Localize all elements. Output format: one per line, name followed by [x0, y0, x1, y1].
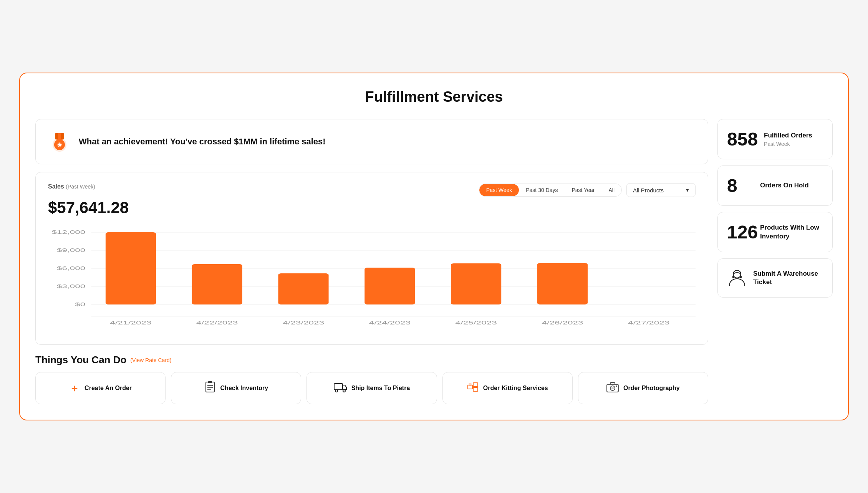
- kitting-icon: [467, 381, 479, 395]
- svg-rect-40: [610, 382, 615, 385]
- warehouse-agent-icon: [727, 268, 747, 288]
- svg-rect-43: [732, 276, 734, 278]
- order-kitting-card[interactable]: Order Kitting Services: [442, 372, 573, 404]
- product-dropdown[interactable]: All Products ▾: [626, 183, 696, 197]
- things-header: Things You Can Do (View Rate Card): [35, 354, 708, 366]
- fulfilled-orders-card: 858 Fulfilled Orders Past Week: [717, 119, 833, 159]
- plus-icon: ＋: [69, 381, 80, 395]
- warehouse-ticket-card[interactable]: Submit A Warehouse Ticket: [717, 258, 833, 298]
- bar-4-23: [278, 273, 328, 304]
- svg-text:4/27/2023: 4/27/2023: [628, 320, 669, 326]
- sales-controls: Past Week Past 30 Days Past Year All All…: [479, 183, 696, 197]
- check-inventory-label: Check Inventory: [220, 385, 268, 392]
- svg-point-32: [343, 390, 345, 392]
- svg-rect-44: [740, 276, 742, 278]
- svg-text:$12,000: $12,000: [51, 229, 85, 235]
- svg-rect-5: [61, 133, 64, 139]
- svg-text:$6,000: $6,000: [57, 265, 86, 271]
- sales-label: Sales (Past Week): [48, 183, 95, 190]
- bar-4-21: [106, 232, 156, 304]
- bar-4-25: [451, 263, 501, 304]
- achievement-icon: ★: [48, 130, 71, 153]
- svg-rect-4: [55, 133, 58, 139]
- chevron-down-icon: ▾: [686, 187, 689, 194]
- sales-card: Sales (Past Week) Past Week Past 30 Days…: [35, 172, 708, 345]
- time-tabs: Past Week Past 30 Days Past Year All: [479, 184, 622, 197]
- bar-4-26: [537, 263, 588, 304]
- svg-text:4/22/2023: 4/22/2023: [196, 320, 238, 326]
- view-rate-card-link[interactable]: (View Rate Card): [130, 357, 171, 363]
- tab-all[interactable]: All: [601, 184, 621, 196]
- sales-amount: $57,641.28: [48, 199, 696, 217]
- svg-rect-26: [208, 381, 212, 383]
- svg-point-39: [611, 387, 614, 389]
- fulfilled-orders-subtitle: Past Week: [764, 141, 812, 147]
- svg-text:$3,000: $3,000: [57, 283, 86, 289]
- svg-rect-30: [334, 384, 343, 390]
- tab-past-year[interactable]: Past Year: [565, 184, 602, 196]
- fulfilled-orders-number: 858: [727, 129, 758, 150]
- svg-point-31: [335, 390, 338, 392]
- svg-rect-34: [473, 383, 478, 387]
- low-inventory-number: 126: [727, 222, 754, 243]
- left-column: ★ What an achievement! You've crossed $1…: [35, 119, 708, 404]
- things-title: Things You Can Do: [35, 354, 126, 366]
- check-inventory-card[interactable]: Check Inventory: [171, 372, 301, 404]
- product-dropdown-value: All Products: [633, 187, 664, 194]
- svg-point-36: [469, 383, 472, 386]
- svg-text:4/26/2023: 4/26/2023: [542, 320, 583, 326]
- main-layout: ★ What an achievement! You've crossed $1…: [35, 119, 833, 404]
- order-photography-card[interactable]: Order Photography: [578, 372, 708, 404]
- svg-text:$0: $0: [75, 301, 85, 307]
- svg-point-42: [733, 270, 741, 278]
- orders-on-hold-number: 8: [727, 175, 754, 196]
- svg-text:4/21/2023: 4/21/2023: [110, 320, 151, 326]
- svg-text:4/23/2023: 4/23/2023: [283, 320, 324, 326]
- inventory-icon: [204, 381, 216, 395]
- warehouse-title: Submit A Warehouse Ticket: [753, 270, 823, 286]
- sales-header: Sales (Past Week) Past Week Past 30 Days…: [48, 183, 696, 197]
- svg-point-6: [57, 142, 62, 147]
- achievement-text: What an achievement! You've crossed $1MM…: [79, 137, 326, 147]
- tab-past-30-days[interactable]: Past 30 Days: [519, 184, 565, 196]
- things-grid: ＋ Create An Order: [35, 372, 708, 404]
- fulfilled-orders-title: Fulfilled Orders: [764, 131, 812, 140]
- low-inventory-title: Products With Low Inventory: [760, 223, 823, 240]
- ship-items-card[interactable]: Ship Items To Pietra: [306, 372, 437, 404]
- low-inventory-card: 126 Products With Low Inventory: [717, 212, 833, 252]
- things-section: Things You Can Do (View Rate Card) ＋ Cre…: [35, 354, 708, 404]
- low-inventory-info: Products With Low Inventory: [760, 223, 823, 240]
- svg-rect-25: [206, 382, 214, 392]
- orders-on-hold-info: Orders On Hold: [760, 181, 809, 190]
- create-order-label: Create An Order: [84, 385, 132, 392]
- create-order-card[interactable]: ＋ Create An Order: [35, 372, 166, 404]
- sales-period: (Past Week): [66, 184, 95, 190]
- tab-past-week[interactable]: Past Week: [479, 184, 519, 196]
- order-kitting-label: Order Kitting Services: [483, 385, 548, 392]
- main-container: Fulfillment Services ★: [19, 73, 849, 420]
- warehouse-info: Submit A Warehouse Ticket: [753, 270, 823, 286]
- chart-area: $12,000 $9,000 $6,000 $3,000 $0: [48, 225, 696, 334]
- truck-icon: [334, 382, 347, 395]
- svg-rect-35: [473, 387, 478, 391]
- svg-point-41: [616, 385, 617, 387]
- order-photography-label: Order Photography: [623, 385, 680, 392]
- fulfilled-orders-info: Fulfilled Orders Past Week: [764, 131, 812, 147]
- svg-text:4/24/2023: 4/24/2023: [369, 320, 411, 326]
- orders-on-hold-card: 8 Orders On Hold: [717, 165, 833, 206]
- svg-text:$9,000: $9,000: [57, 247, 86, 253]
- orders-on-hold-title: Orders On Hold: [760, 181, 809, 190]
- sales-title-group: Sales (Past Week): [48, 183, 95, 190]
- camera-icon: [606, 382, 619, 395]
- page-title: Fulfillment Services: [35, 89, 833, 105]
- achievement-card: ★ What an achievement! You've crossed $1…: [35, 119, 708, 164]
- bar-4-24: [364, 268, 415, 304]
- sales-chart: $12,000 $9,000 $6,000 $3,000 $0: [48, 225, 696, 332]
- svg-text:4/25/2023: 4/25/2023: [455, 320, 497, 326]
- sales-label-text: Sales: [48, 183, 64, 190]
- right-column: 858 Fulfilled Orders Past Week 8 Orders …: [717, 119, 833, 298]
- ship-items-label: Ship Items To Pietra: [351, 385, 410, 392]
- bar-4-22: [192, 264, 242, 304]
